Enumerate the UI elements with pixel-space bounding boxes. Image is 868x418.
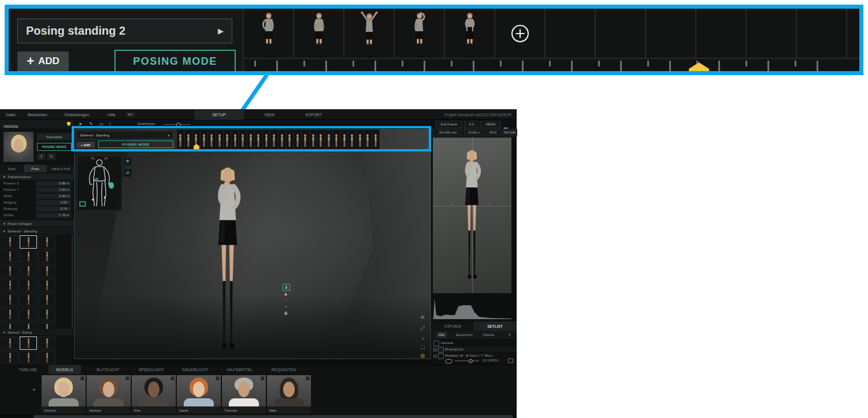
pose-template-thumbnail[interactable]	[1, 264, 18, 278]
tab-setlist[interactable]: SETLIST	[473, 321, 517, 331]
model-card-kira[interactable]: Kira	[132, 375, 176, 413]
setlist-item-hintergrund[interactable]: Hintergrund	[432, 346, 517, 352]
field-position-x-value[interactable]: 3.96 m	[36, 181, 71, 186]
tab-timeline[interactable]: TIMELINE	[12, 365, 44, 374]
pose-set-dropdown[interactable]: Posing standing 2 ▶	[17, 19, 232, 43]
poseslider-button[interactable]: Poseslider	[37, 133, 72, 140]
setlist-item-reflektor-1[interactable]: Reflektor W.: Ø 22cm / T: 58cm 12 (100%)	[432, 353, 517, 364]
posing-mode-button[interactable]: POSING MODE	[114, 50, 236, 73]
pose-template-thumbnail[interactable]	[1, 250, 18, 263]
pose-template-thumbnail[interactable]	[1, 336, 18, 350]
empty-pose-slot[interactable]	[797, 9, 847, 58]
add-pose-slot-button[interactable]	[495, 9, 546, 58]
white-balance-setting[interactable]: 4800K	[480, 121, 501, 128]
tab-requisiten[interactable]: REQUISITEN	[265, 365, 303, 374]
menu-bearbeiten[interactable]: Bearbeiten	[28, 113, 47, 117]
pose-template-thumbnail[interactable]	[1, 308, 18, 321]
menu-datei[interactable]: Datei	[6, 113, 15, 117]
studio-viewport[interactable]: ✥ ⇄ ▮ ♟ ↑ ? ▣ ✛ ⤢ ⌕ ⛶ ◎	[74, 129, 431, 359]
menu-hilfe[interactable]: Hilfe	[107, 113, 116, 117]
pose-template-thumbnail[interactable]	[38, 293, 55, 306]
empty-pose-slot[interactable]	[847, 9, 859, 58]
help-icon[interactable]: ?	[283, 304, 289, 310]
tab-setup[interactable]: SETUP	[194, 110, 244, 120]
pin-icon[interactable]	[67, 122, 71, 126]
tab-hilfsmittel[interactable]: HILFSMITTEL	[221, 365, 259, 374]
tab-speedlight[interactable]: SPEEDLIGHT	[133, 365, 170, 374]
card-corner-icon[interactable]	[80, 376, 84, 380]
menu-einstellungen[interactable]: Einstellungen	[65, 113, 89, 117]
transform-section-header[interactable]: ▾ Transformieren	[0, 173, 74, 180]
exposure-comp-setting[interactable]: 0.2	[464, 121, 479, 128]
tab-blitzlicht[interactable]: BLITZLICHT	[90, 365, 126, 374]
tab-topview[interactable]: TOPVIEW	[432, 321, 473, 331]
lens-setting[interactable]: 24-105 mm	[433, 129, 463, 136]
zoom-icon[interactable]: ⌕	[422, 335, 425, 342]
model-card-victoria[interactable]: Victoria	[42, 375, 86, 413]
standing-section-header[interactable]: ▾ Stehend - Standing	[0, 228, 74, 234]
model-card-jessica[interactable]: Jessica	[87, 375, 131, 413]
pose-template-thumbnail[interactable]	[1, 293, 18, 306]
field-richtung-value[interactable]: 0.76 °	[36, 206, 71, 212]
bottom-scrollbar[interactable]	[0, 415, 516, 418]
intensity-slider[interactable]	[455, 360, 479, 361]
close-icon[interactable]: ✕	[506, 332, 513, 338]
pose-thumbnail-hands-front[interactable]	[445, 9, 495, 58]
redo-icon[interactable]: ↻	[47, 153, 55, 160]
pose-template-thumbnail[interactable]	[20, 308, 37, 321]
target-icon[interactable]: ◎	[420, 353, 425, 358]
posing-mode-mini-button[interactable]: POSING MODE	[37, 143, 72, 151]
select-model-icon[interactable]: ▮	[283, 284, 290, 291]
pan-icon[interactable]: ✛	[420, 315, 425, 320]
model-card-thomas[interactable]: Thomas	[222, 375, 266, 413]
pose-person-icon[interactable]: ♟	[283, 291, 289, 297]
tab-models[interactable]: MODELS	[49, 365, 81, 374]
visibility-eye-icon[interactable]	[433, 348, 437, 352]
tab-style[interactable]: Style	[0, 165, 23, 172]
aperture-setting[interactable]: f/9.0	[485, 129, 501, 136]
pose-template-thumbnail[interactable]	[20, 336, 37, 350]
panel-scrollbar[interactable]	[72, 235, 73, 328]
scrollbar-handle[interactable]	[34, 415, 513, 418]
beam-width-slider[interactable]	[164, 124, 190, 125]
scroll-left-icon[interactable]: ◂	[32, 387, 35, 392]
pose-template-thumbnail[interactable]	[20, 293, 37, 306]
undo-icon[interactable]: ↺	[37, 153, 45, 160]
pose-template-thumbnail[interactable]	[38, 250, 55, 263]
pose-thumbnail-hand-on-hip[interactable]	[244, 9, 294, 58]
filter-equipment[interactable]: Equipment	[454, 332, 475, 338]
card-corner-icon[interactable]	[216, 376, 220, 380]
power-toggle-icon[interactable]	[446, 359, 452, 364]
model-card-sarah[interactable]: Sarah	[177, 375, 221, 413]
pose-thumbnail-arms-up[interactable]	[344, 9, 395, 58]
field-hoehe-value[interactable]: 0.00 m	[36, 194, 71, 199]
mirror-pose-icon[interactable]: ⇄	[123, 168, 132, 177]
pose-template-thumbnail[interactable]	[38, 308, 55, 321]
camera-preview[interactable]: — □	[433, 138, 511, 293]
pose-template-thumbnail[interactable]	[38, 235, 55, 249]
pose-template-thumbnail[interactable]	[1, 351, 18, 364]
iso-setting[interactable]: ISO100	[502, 129, 517, 136]
card-corner-icon[interactable]	[125, 376, 129, 380]
pose-template-thumbnail[interactable]	[20, 264, 37, 278]
pose-thumbnail-standing[interactable]	[294, 9, 344, 58]
card-corner-icon[interactable]	[306, 376, 310, 380]
pose-template-thumbnail[interactable]	[38, 264, 55, 278]
fullscreen-icon[interactable]: ⛶	[421, 345, 425, 351]
field-position-y-value[interactable]: 2.92 m	[36, 187, 71, 193]
empty-pose-slot[interactable]	[747, 9, 797, 58]
empty-pose-slot[interactable]	[696, 9, 747, 58]
orbit-icon[interactable]: ⤢	[421, 325, 425, 331]
model-victoria-3d[interactable]	[203, 165, 253, 358]
pose-template-thumbnail[interactable]	[38, 336, 55, 350]
pose-template-thumbnail[interactable]	[1, 279, 18, 292]
move-arrow-icon[interactable]: ↑	[283, 298, 289, 304]
setlist-item-kamera[interactable]: Kamera	[432, 340, 517, 346]
pose-template-thumbnail[interactable]	[1, 235, 18, 249]
body-part-selector-map[interactable]	[77, 156, 122, 211]
pose-template-thumbnail[interactable]	[20, 279, 37, 292]
card-corner-icon[interactable]	[261, 376, 265, 380]
empty-pose-slot[interactable]	[646, 9, 696, 58]
pose-template-thumbnail[interactable]	[20, 235, 37, 249]
timeline-ruler[interactable]	[244, 58, 859, 71]
